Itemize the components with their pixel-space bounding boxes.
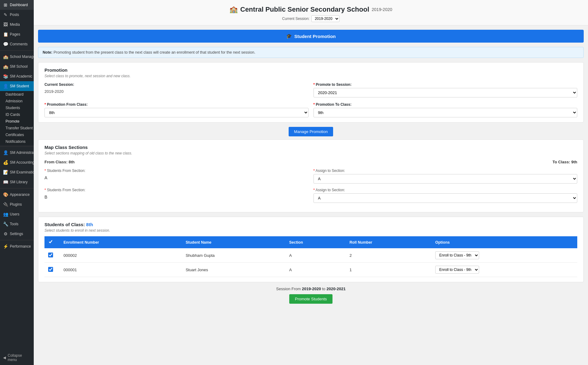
sm-admin-icon: 👤 xyxy=(3,150,8,155)
footer-session: Session From 2019-2020 to 2020-2021 xyxy=(38,287,584,291)
col-enrollment: Enrollment Number xyxy=(60,236,182,248)
row-2-section: A xyxy=(286,263,346,277)
submenu-transfer[interactable]: Transfer Student xyxy=(0,125,34,131)
students-class-name: 8th xyxy=(86,222,93,227)
note-prefix: Note: xyxy=(43,50,52,55)
to-section-2: * Assign to Section: A B C xyxy=(313,188,578,203)
submenu-dashboard[interactable]: Dashboard xyxy=(0,91,34,98)
sidebar-item-sm-examination[interactable]: 📝 SM Examination xyxy=(0,167,34,177)
divider-2 xyxy=(0,146,34,146)
from-class-select[interactable]: 8th 9th 10th xyxy=(44,108,309,117)
sidebar-item-sm-administrator[interactable]: 👤 SM Administrator xyxy=(0,148,34,158)
section-map-row-2: * Students From Section: B * Assign to S… xyxy=(44,188,577,203)
main-content: 🏫 Central Public Senior Secondary School… xyxy=(34,0,588,365)
sidebar-item-tools[interactable]: 🔧 Tools xyxy=(0,219,34,229)
performance-icon: ⚡ xyxy=(3,244,8,249)
student-submenu: Dashboard Admission Students ID Cards Pr… xyxy=(0,91,34,145)
col-checkbox xyxy=(44,236,60,248)
sidebar-item-sm-accounting[interactable]: 💰 SM Accounting xyxy=(0,158,34,167)
tools-icon: 🔧 xyxy=(3,222,8,226)
col-options: Options xyxy=(432,236,577,248)
to-class-field-label: * Promotion To Class: xyxy=(313,102,578,107)
sm-student-icon: 👤 xyxy=(3,84,8,89)
row-2-name: Stuart Jones xyxy=(182,263,286,277)
sm-school-icon: 🏫 xyxy=(3,64,8,69)
media-icon: 🖼 xyxy=(3,22,8,27)
sidebar-item-sm-school[interactable]: 🏫 SM School xyxy=(0,62,34,71)
school-title: 🏫 Central Public Senior Secondary School… xyxy=(40,6,582,13)
from-class-field-label: * Promotion From Class: xyxy=(44,102,309,107)
sidebar-item-label: SM Academic xyxy=(10,74,32,78)
to-class-field: * Promotion To Class: 9th 10th 11th xyxy=(313,102,578,117)
manage-promotion-button[interactable]: Manage Promotion xyxy=(289,127,333,136)
sidebar-item-label: Dashboard xyxy=(10,3,28,7)
promote-to-field-label: * Promote to Session: xyxy=(313,82,578,87)
sidebar-item-users[interactable]: 👥 Users xyxy=(0,209,34,219)
sm-library-icon: 📖 xyxy=(3,180,8,184)
divider-1 xyxy=(0,50,34,51)
note-text: Promoting student from the present class… xyxy=(53,50,255,55)
sidebar-item-sm-library[interactable]: 📖 SM Library xyxy=(0,177,34,187)
sidebar-item-appearance[interactable]: 🎨 Appearance xyxy=(0,190,34,200)
row-2-enroll-select[interactable]: Enroll to Class - 9th Don't Promote xyxy=(435,266,479,274)
to-section-1-select[interactable]: A B C xyxy=(313,174,578,184)
student-promotion-banner: 🎓 Student Promotion xyxy=(38,30,584,43)
current-session-row: Current Session: 2019-2020 2020-2021 xyxy=(40,15,582,22)
sidebar-item-sm-academic[interactable]: 📚 SM Academic xyxy=(0,71,34,81)
plugins-icon: 🔌 xyxy=(3,202,8,207)
class-row: From Class: 8th To Class: 9th xyxy=(44,160,577,164)
col-student-name: Student Name xyxy=(182,236,286,248)
select-all-checkbox[interactable] xyxy=(48,239,53,244)
row-1-enroll-select[interactable]: Enroll to Class - 9th Don't Promote xyxy=(435,251,479,259)
row-2-checkbox[interactable] xyxy=(48,267,53,272)
sidebar-item-comments[interactable]: 💬 Comments xyxy=(0,39,34,49)
promotion-card: Promotion Select class to promote, next … xyxy=(38,62,584,123)
sidebar-item-performance[interactable]: ⚡ Performance xyxy=(0,241,34,251)
students-subtext: Select students to enroll in next sessio… xyxy=(44,228,577,233)
sidebar-item-sm-student[interactable]: 👤 SM Student xyxy=(0,81,34,91)
row-1-options: Enroll to Class - 9th Don't Promote xyxy=(432,248,577,263)
sidebar-item-pages[interactable]: 📋 Pages xyxy=(0,29,34,39)
submenu-notifications[interactable]: Notifications xyxy=(0,138,34,145)
sidebar-item-label: SM Accounting xyxy=(10,160,34,165)
from-class-field: * Promotion From Class: 8th 9th 10th xyxy=(44,102,309,117)
banner-label: Student Promotion xyxy=(294,34,336,39)
sidebar-item-posts[interactable]: ✎ Posts xyxy=(0,10,34,20)
sidebar-item-media[interactable]: 🖼 Media xyxy=(0,20,34,29)
table-body: 000002 Shubham Gupta A 2 Enroll to Class… xyxy=(44,248,577,277)
row-2-checkbox-cell xyxy=(44,263,60,277)
submenu-admission[interactable]: Admission xyxy=(0,98,34,105)
from-section-2-label: * Students From Section: xyxy=(44,188,309,192)
submenu-promote[interactable]: Promote xyxy=(0,118,34,125)
submenu-id-cards[interactable]: ID Cards xyxy=(0,111,34,118)
to-section-2-select[interactable]: A B C xyxy=(313,193,578,203)
session-select[interactable]: 2019-2020 2020-2021 xyxy=(311,15,340,22)
collapse-label: Collapse menu xyxy=(8,353,31,362)
to-class-select[interactable]: 9th 10th 11th xyxy=(313,108,578,117)
sidebar-item-settings[interactable]: ⚙ Settings xyxy=(0,229,34,239)
table-header-row: Enrollment Number Student Name Section R… xyxy=(44,236,577,248)
row-1-checkbox[interactable] xyxy=(48,253,53,257)
promote-students-button[interactable]: Promote Students xyxy=(289,294,332,304)
submenu-students[interactable]: Students xyxy=(0,105,34,111)
sidebar-item-label: Plugins xyxy=(10,202,22,207)
sidebar: ⊞ Dashboard ✎ Posts 🖼 Media 📋 Pages 💬 Co… xyxy=(0,0,34,365)
sidebar-item-label: SM Library xyxy=(10,180,28,184)
sidebar-item-dashboard[interactable]: ⊞ Dashboard xyxy=(0,0,34,10)
map-sections-card: Map Class Sections Select sections mappi… xyxy=(38,139,584,212)
school-name: Central Public Senior Secondary School xyxy=(240,6,369,13)
sidebar-item-label: SM Examination xyxy=(10,170,37,174)
session-from-value: 2019-2020 xyxy=(302,287,321,291)
students-table: Enrollment Number Student Name Section R… xyxy=(44,236,577,277)
to-section-1-label: * Assign to Section: xyxy=(313,169,578,173)
current-session-field-value: 2019-2020 xyxy=(44,88,309,95)
collapse-menu-button[interactable]: ◀ Collapse menu xyxy=(0,350,34,365)
row-1-name: Shubham Gupta xyxy=(182,248,286,263)
sidebar-item-label: SM School xyxy=(10,64,28,69)
sidebar-item-plugins[interactable]: 🔌 Plugins xyxy=(0,200,34,209)
divider-3 xyxy=(0,188,34,188)
map-sections-subtitle: Select sections mapping of old class to … xyxy=(44,151,577,155)
promote-to-select[interactable]: 2020-2021 2021-2022 xyxy=(313,88,578,97)
sidebar-item-school[interactable]: 🏫 School Management xyxy=(0,52,34,62)
submenu-certificates[interactable]: Certificates xyxy=(0,131,34,138)
